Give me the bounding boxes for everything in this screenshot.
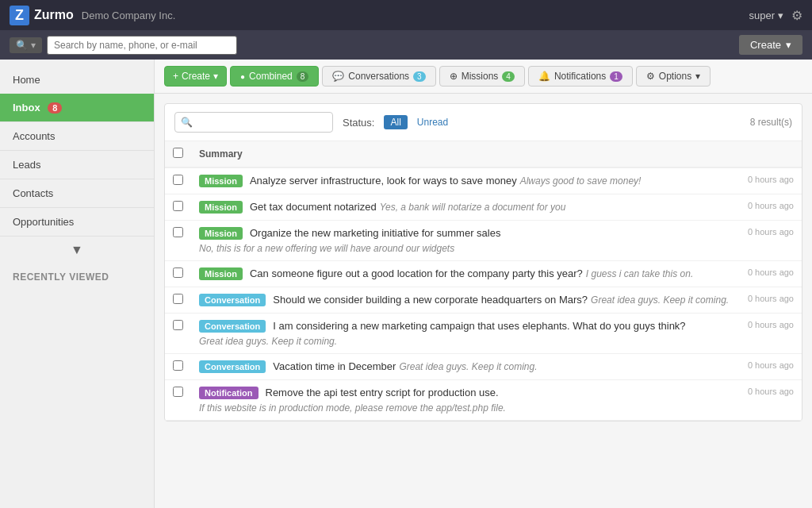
row-preview: Always good to save money! [520, 175, 642, 187]
row-checkbox[interactable] [173, 387, 183, 397]
row-summary-cell: Conversation I am considering a new mark… [191, 314, 738, 354]
row-title[interactable]: Can someone figure out a good location f… [250, 267, 583, 279]
main-layout: Home Inbox 8 Accounts Leads Contacts Opp… [0, 60, 812, 508]
sidebar: Home Inbox 8 Accounts Leads Contacts Opp… [0, 60, 155, 508]
row-tag: Notification [199, 387, 259, 399]
row-checkbox-cell [165, 261, 191, 287]
logo: Z Zurmo [10, 6, 74, 25]
table-row: Conversation I am considering a new mark… [165, 314, 802, 354]
recently-viewed-label: Recently Viewed [0, 264, 154, 291]
row-time: 0 hours ago [738, 354, 802, 380]
row-tag: Mission [199, 175, 243, 187]
missions-badge: 4 [502, 71, 515, 82]
sidebar-item-leads[interactable]: Leads [0, 151, 154, 179]
combined-badge: 8 [297, 71, 309, 82]
row-checkbox-cell [165, 380, 191, 421]
row-checkbox[interactable] [173, 360, 183, 371]
options-icon: ⚙ [646, 71, 655, 82]
table-row: Mission Can someone figure out a good lo… [165, 261, 802, 287]
row-title[interactable]: I am considering a new marketing campaig… [273, 320, 685, 332]
select-all-checkbox[interactable] [173, 148, 183, 158]
missions-icon: ⊕ [450, 71, 458, 82]
row-title[interactable]: Vacation time in December [273, 360, 396, 372]
row-tag: Mission [199, 267, 243, 280]
row-summary-cell: Mission Analyze server infrastructure, l… [191, 167, 738, 194]
row-checkbox[interactable] [173, 294, 183, 304]
row-title[interactable]: Should we consider building a new corpor… [273, 294, 588, 306]
content-area: + Create ▾ ● Combined 8 💬 Conversations … [155, 60, 812, 508]
notifications-icon: 🔔 [538, 71, 550, 82]
conversations-badge: 3 [413, 71, 426, 82]
search-container: 🔍 ▾ [10, 36, 237, 55]
row-tag: Conversation [199, 360, 266, 373]
status-all-btn[interactable]: All [384, 115, 407, 129]
logo-icon: Z [10, 6, 29, 25]
sidebar-item-contacts[interactable]: Contacts [0, 179, 154, 208]
search-icon: 🔍 [16, 40, 28, 51]
notifications-badge: 1 [610, 71, 622, 82]
inbox-table-header: Summary [165, 141, 802, 167]
inbox-search-input[interactable] [174, 112, 333, 133]
table-row: Notification Remove the api test entry s… [165, 380, 802, 421]
row-time: 0 hours ago [738, 194, 802, 221]
search-input[interactable] [47, 36, 237, 55]
row-checkbox-cell [165, 221, 191, 261]
row-checkbox[interactable] [173, 227, 183, 237]
row-checkbox-cell [165, 287, 191, 314]
row-preview: Great idea guys. Keep it coming. [591, 294, 729, 306]
tab-conversations[interactable]: 💬 Conversations 3 [322, 66, 435, 87]
table-row: Mission Organize the new marketing initi… [165, 221, 802, 261]
status-unread-btn[interactable]: Unread [417, 117, 448, 128]
row-checkbox[interactable] [173, 320, 183, 330]
row-preview: Yes, a bank will notarize a document for… [380, 202, 566, 213]
time-column-header [738, 141, 802, 167]
sidebar-item-inbox[interactable]: Inbox 8 [0, 94, 154, 122]
row-time: 0 hours ago [738, 380, 802, 421]
row-preview: If this website is in production mode, p… [199, 402, 506, 414]
row-title[interactable]: Organize the new marketing initiative fo… [250, 227, 500, 239]
combined-icon: ● [240, 72, 245, 81]
create-main-button[interactable]: Create ▾ [739, 35, 802, 55]
row-tag: Conversation [199, 320, 266, 333]
row-preview: I guess i can take this on. [586, 268, 693, 279]
nav-left: Z Zurmo Demo Company Inc. [10, 6, 175, 25]
row-summary-cell: Mission Can someone figure out a good lo… [191, 261, 738, 287]
row-title[interactable]: Analyze server infrastructure, look for … [250, 175, 517, 187]
table-row: Mission Get tax document notarized Yes, … [165, 194, 802, 221]
row-title[interactable]: Remove the api test entry script for pro… [266, 387, 499, 398]
inbox-toolbar: 🔍 Status: All Unread 8 result(s) [165, 104, 802, 141]
gear-icon[interactable]: ⚙ [791, 8, 802, 23]
tab-notifications[interactable]: 🔔 Notifications 1 [528, 66, 633, 87]
tab-missions[interactable]: ⊕ Missions 4 [439, 66, 525, 87]
tab-options[interactable]: ⚙ Options ▾ [636, 66, 710, 87]
row-checkbox[interactable] [173, 175, 183, 185]
row-summary-cell: Conversation Vacation time in December G… [191, 354, 738, 380]
inbox-table-body: Mission Analyze server infrastructure, l… [165, 167, 802, 421]
row-title[interactable]: Get tax document notarized [250, 201, 377, 213]
row-summary-cell: Mission Organize the new marketing initi… [191, 221, 738, 261]
table-row: Mission Analyze server infrastructure, l… [165, 167, 802, 194]
nav-right: super ▾ ⚙ [749, 8, 802, 23]
row-tag: Mission [199, 201, 243, 214]
sidebar-item-accounts[interactable]: Accounts [0, 122, 154, 151]
sidebar-more-toggle[interactable]: ▼ [0, 237, 154, 264]
search-type-btn[interactable]: 🔍 ▾ [10, 37, 42, 53]
row-time: 0 hours ago [738, 314, 802, 354]
user-menu[interactable]: super ▾ [749, 10, 783, 21]
tab-create-button[interactable]: + Create ▾ [164, 66, 227, 87]
row-time: 0 hours ago [738, 167, 802, 194]
tab-combined[interactable]: ● Combined 8 [230, 66, 319, 87]
logo-text: Zurmo [34, 8, 74, 22]
row-checkbox[interactable] [173, 267, 183, 278]
conversations-icon: 💬 [332, 71, 344, 82]
inbox-panel: 🔍 Status: All Unread 8 result(s) [164, 103, 802, 421]
tab-bar: + Create ▾ ● Combined 8 💬 Conversations … [155, 60, 812, 94]
sidebar-item-opportunities[interactable]: Opportunities [0, 208, 154, 237]
row-checkbox-cell [165, 314, 191, 354]
status-label: Status: [343, 117, 374, 129]
row-time: 0 hours ago [738, 221, 802, 261]
inbox-search-icon: 🔍 [181, 117, 193, 128]
sidebar-item-home[interactable]: Home [0, 66, 154, 94]
row-checkbox[interactable] [173, 201, 183, 211]
row-time: 0 hours ago [738, 287, 802, 314]
